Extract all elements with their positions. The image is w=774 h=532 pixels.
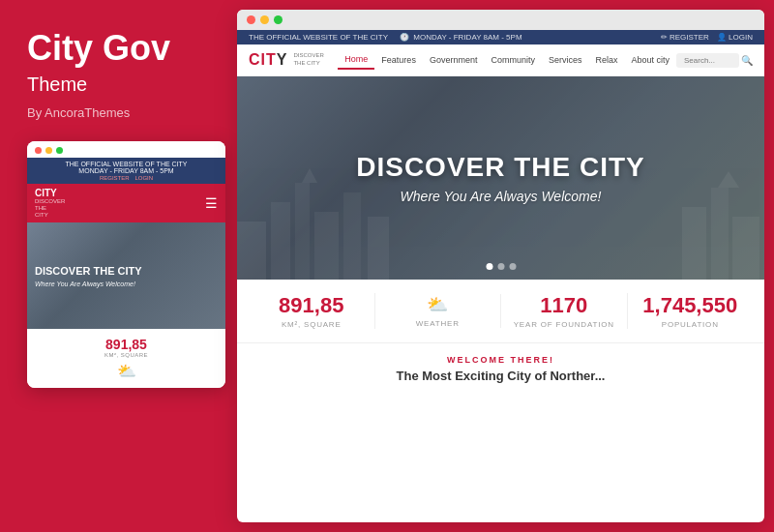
hero-content: DISCOVER THE CITY Where You Are Always W… bbox=[356, 152, 645, 204]
site-hero: DISCOVER THE CITY Where You Are Always W… bbox=[237, 76, 764, 280]
nav-item-home[interactable]: Home bbox=[338, 50, 374, 70]
nav-items: Home Features Government Community Servi… bbox=[338, 50, 676, 70]
nav-item-relax[interactable]: Relax bbox=[588, 51, 624, 69]
logo-mark: CITY bbox=[249, 51, 287, 69]
topbar-register[interactable]: ✏ REGISTER bbox=[661, 33, 709, 42]
search-input[interactable] bbox=[676, 53, 739, 68]
mobile-hero-title: DISCOVER THE CITY bbox=[35, 265, 218, 278]
mobile-stats: 891,85 KM², SQUARE ⛅ bbox=[27, 329, 225, 388]
browser-dot-red bbox=[247, 15, 255, 24]
svg-marker-3 bbox=[302, 168, 317, 183]
register-icon: ✏ bbox=[661, 33, 668, 42]
stat-founded-number: 1170 bbox=[509, 293, 619, 318]
clock-icon: 🕐 bbox=[400, 33, 409, 42]
mobile-dot-red bbox=[35, 147, 42, 154]
hero-dot-1[interactable] bbox=[486, 263, 492, 270]
nav-item-features[interactable]: Features bbox=[374, 51, 423, 69]
desktop-preview: THE OFFICIAL WEBSITE OF THE CITY 🕐 MONDA… bbox=[237, 10, 764, 522]
mobile-stat-weather-icon: ⛅ bbox=[35, 362, 218, 380]
topbar-right: ✏ REGISTER 👤 LOGIN bbox=[661, 33, 753, 42]
logo-text: CITY bbox=[249, 51, 287, 69]
svg-rect-10 bbox=[732, 217, 759, 280]
hero-dot-3[interactable] bbox=[509, 263, 516, 270]
mobile-hero: DISCOVER THE CITY Where You Are Always W… bbox=[27, 222, 225, 329]
welcome-text: The Most Exciting City of Norther... bbox=[253, 369, 749, 383]
hero-dot-2[interactable] bbox=[497, 263, 504, 270]
weather-icon: ⛅ bbox=[383, 294, 493, 315]
stat-founded: 1170 YEAR OF FOUNDATION bbox=[501, 293, 628, 329]
svg-rect-4 bbox=[314, 212, 339, 280]
logo-subtitle: DISCOVER THE CITY bbox=[293, 52, 324, 68]
svg-rect-8 bbox=[711, 188, 729, 280]
svg-rect-7 bbox=[682, 207, 706, 280]
theme-title: City Gov bbox=[27, 29, 170, 68]
mobile-top-info: THE OFFICIAL WEBSITE OF THE CITY MONDAY … bbox=[27, 158, 225, 184]
welcome-label: WELCOME THERE! bbox=[253, 355, 749, 365]
stat-population-label: POPULATION bbox=[636, 320, 746, 329]
site-topbar: THE OFFICIAL WEBSITE OF THE CITY 🕐 MONDA… bbox=[237, 30, 764, 44]
hero-title: DISCOVER THE CITY bbox=[356, 152, 645, 183]
stat-population: 1,745,550 POPULATION bbox=[628, 293, 754, 329]
nav-item-about[interactable]: About city bbox=[624, 51, 676, 69]
stat-population-number: 1,745,550 bbox=[636, 293, 746, 318]
svg-rect-2 bbox=[295, 183, 310, 280]
theme-author: By AncoraThemes bbox=[27, 105, 130, 120]
mobile-hero-subtitle: Where You Are Always Welcome! bbox=[35, 281, 218, 287]
mobile-browser-bar bbox=[27, 141, 225, 158]
hamburger-icon[interactable]: ☰ bbox=[205, 195, 218, 211]
topbar-official: THE OFFICIAL WEBSITE OF THE CITY bbox=[249, 33, 388, 42]
nav-item-services[interactable]: Services bbox=[542, 51, 589, 69]
mobile-nav-bar: CITY DISCOVER THE CITY ☰ bbox=[27, 184, 225, 223]
nav-item-government[interactable]: Government bbox=[423, 51, 485, 69]
left-panel: City Gov Theme By AncoraThemes THE OFFIC… bbox=[0, 0, 237, 532]
browser-dot-green bbox=[274, 15, 283, 24]
login-icon: 👤 bbox=[717, 33, 727, 42]
topbar-login[interactable]: 👤 LOGIN bbox=[717, 33, 753, 42]
site-nav: CITY DISCOVER THE CITY Home Features Gov… bbox=[237, 44, 764, 76]
svg-rect-5 bbox=[343, 192, 361, 280]
stat-weather: ⛅ WEATHER bbox=[375, 294, 502, 328]
stats-bar: 891,85 KM², SQUARE ⛅ WEATHER 1170 YEAR O… bbox=[237, 280, 764, 343]
svg-rect-0 bbox=[237, 222, 266, 280]
hero-dots bbox=[486, 263, 516, 270]
mobile-preview: THE OFFICIAL WEBSITE OF THE CITY MONDAY … bbox=[27, 141, 225, 389]
stat-area-label: KM², SQUARE bbox=[256, 320, 367, 329]
svg-marker-9 bbox=[718, 171, 739, 188]
svg-rect-1 bbox=[271, 202, 290, 280]
mobile-dot-green bbox=[56, 147, 63, 154]
mobile-logo: CITY DISCOVER THE CITY bbox=[35, 188, 65, 220]
welcome-section: WELCOME THERE! The Most Exciting City of… bbox=[237, 343, 764, 395]
mobile-stat-number: 891,85 bbox=[35, 337, 218, 352]
nav-item-community[interactable]: Community bbox=[484, 51, 542, 69]
stat-area-number: 891,85 bbox=[256, 293, 367, 318]
mobile-dot-yellow bbox=[45, 147, 52, 154]
stat-area: 891,85 KM², SQUARE bbox=[249, 293, 375, 329]
search-icon[interactable]: 🔍 bbox=[741, 55, 753, 66]
topbar-left: THE OFFICIAL WEBSITE OF THE CITY 🕐 MONDA… bbox=[249, 33, 522, 42]
browser-dot-yellow bbox=[260, 15, 269, 24]
theme-subtitle: Theme bbox=[27, 74, 87, 96]
svg-rect-6 bbox=[368, 217, 389, 280]
stat-founded-label: YEAR OF FOUNDATION bbox=[509, 320, 619, 329]
hero-subtitle: Where You Are Always Welcome! bbox=[356, 189, 645, 204]
browser-bar bbox=[237, 10, 764, 30]
topbar-schedule: 🕐 MONDAY - FRIDAY 8AM - 5PM bbox=[400, 33, 522, 42]
mobile-stat-label: KM², SQUARE bbox=[35, 352, 218, 358]
stat-weather-label: WEATHER bbox=[383, 319, 493, 328]
site-logo: CITY DISCOVER THE CITY bbox=[249, 51, 324, 69]
